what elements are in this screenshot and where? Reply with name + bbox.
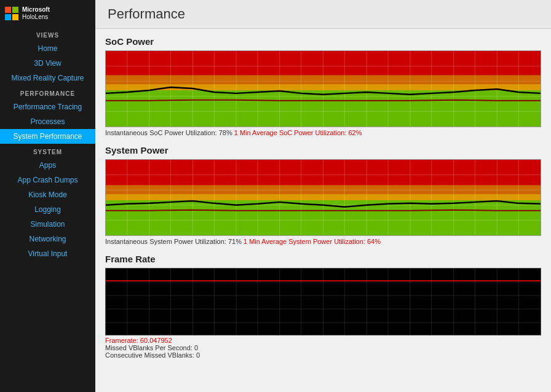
- missed-vblanks-stat: Missed VBlanks Per Second: 0: [105, 344, 541, 351]
- soc-power-stat: Instantaneous SoC Power Utilization: 78%…: [105, 129, 541, 136]
- views-section-label: VIEWS: [0, 27, 95, 41]
- sidebar-item-simulation[interactable]: Simulation: [0, 217, 95, 232]
- system-power-section: System Power: [105, 145, 541, 245]
- soc-power-section: SoC Power: [105, 36, 541, 136]
- sidebar-item-mixed-reality[interactable]: Mixed Reality Capture: [0, 71, 95, 85]
- sidebar-item-virtual-input[interactable]: Virtual Input: [0, 246, 95, 261]
- sidebar-item-system-performance[interactable]: System Performance: [0, 129, 95, 144]
- page-title: Performance: [108, 6, 539, 22]
- content-area: SoC Power: [95, 29, 551, 375]
- page-header: Performance: [95, 0, 551, 29]
- brand-text: Microsoft HoloLens: [22, 6, 50, 21]
- sidebar-item-home[interactable]: Home: [0, 41, 95, 56]
- performance-section-label: PERFORMANCE: [0, 85, 95, 100]
- sidebar-item-kiosk-mode[interactable]: Kiosk Mode: [0, 187, 95, 202]
- main-content: Performance SoC Power: [95, 0, 551, 392]
- sidebar-item-processes[interactable]: Processes: [0, 114, 95, 129]
- soc-power-title: SoC Power: [105, 36, 541, 47]
- sidebar-item-logging[interactable]: Logging: [0, 202, 95, 217]
- sidebar: Microsoft HoloLens VIEWS Home 3D View Mi…: [0, 0, 95, 392]
- logo-area: Microsoft HoloLens: [0, 0, 95, 27]
- sidebar-item-apps[interactable]: Apps: [0, 158, 95, 173]
- consecutive-missed-stat: Consecutive Missed VBlanks: 0: [105, 351, 541, 359]
- frame-rate-title: Frame Rate: [105, 254, 541, 264]
- framerate-stat: Framerate: 60.047952: [105, 337, 541, 344]
- frame-rate-chart: [105, 268, 541, 335]
- frame-rate-section: Frame Rate: [105, 254, 541, 359]
- sidebar-item-3dview[interactable]: 3D View: [0, 56, 95, 71]
- sidebar-item-networking[interactable]: Networking: [0, 232, 95, 246]
- soc-power-chart: [105, 50, 541, 127]
- system-power-chart: [105, 159, 541, 236]
- sidebar-item-app-crash-dumps[interactable]: App Crash Dumps: [0, 173, 95, 187]
- system-power-stat: Instantaneous System Power Utilization: …: [105, 238, 541, 245]
- sidebar-item-performance-tracing[interactable]: Performance Tracing: [0, 100, 95, 114]
- system-section-label: SYSTEM: [0, 144, 95, 158]
- system-power-title: System Power: [105, 145, 541, 155]
- ms-logo-icon: [5, 7, 18, 20]
